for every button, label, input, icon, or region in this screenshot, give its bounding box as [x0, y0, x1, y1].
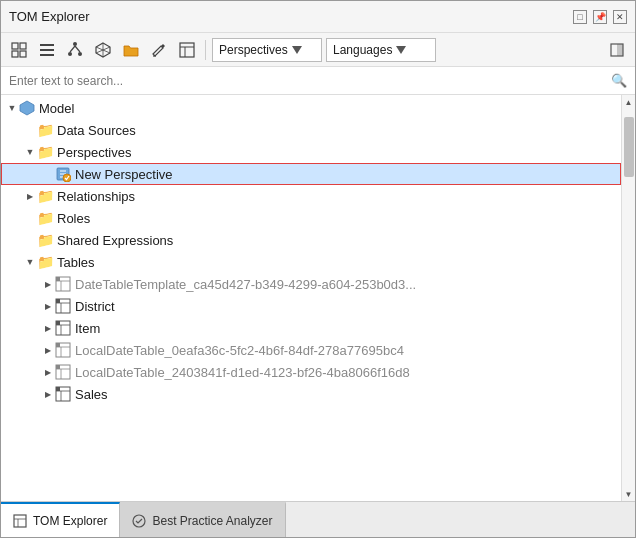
- tree-item-localdatetable2[interactable]: ▶ LocalDateTable_2403841f-d1ed-4123-bf26…: [1, 361, 621, 383]
- svg-rect-17: [180, 43, 194, 57]
- tree-item-item[interactable]: ▶ Item: [1, 317, 621, 339]
- tree-item-label-localdatetable2: LocalDateTable_2403841f-d1ed-4123-bf26-4…: [75, 365, 410, 380]
- toolbar: Perspectives Languages: [1, 33, 635, 67]
- tree-area: ▼ Model 📁 Data Sources ▼ 📁 Perspectives: [1, 95, 621, 501]
- folder-tables-icon: 📁: [37, 254, 53, 270]
- tree-item-model[interactable]: ▼ Model: [1, 97, 621, 119]
- tree-item-label-sales: Sales: [75, 387, 108, 402]
- svg-point-8: [68, 52, 72, 56]
- tree-item-label-perspectives: Perspectives: [57, 145, 131, 160]
- tab-best-practice-analyzer[interactable]: Best Practice Analyzer: [120, 502, 285, 537]
- perspective-icon: [55, 166, 71, 182]
- hierarchy-button[interactable]: [63, 38, 87, 62]
- minimize-button[interactable]: □: [573, 10, 587, 24]
- tree-item-label-shared-expressions: Shared Expressions: [57, 233, 173, 248]
- tree-item-district[interactable]: ▶ District: [1, 295, 621, 317]
- chevron-shared-expressions: [23, 233, 37, 247]
- tree-item-data-sources[interactable]: 📁 Data Sources: [1, 119, 621, 141]
- svg-marker-20: [292, 46, 302, 54]
- model-icon: [19, 100, 35, 116]
- table-icon-district: [55, 298, 71, 314]
- svg-marker-24: [20, 101, 34, 115]
- chevron-tables: ▼: [23, 255, 37, 269]
- chevron-localdatetable2: ▶: [41, 365, 55, 379]
- pin-button[interactable]: 📌: [593, 10, 607, 24]
- close-button[interactable]: ✕: [613, 10, 627, 24]
- tree-item-relationships[interactable]: ▶ 📁 Relationships: [1, 185, 621, 207]
- tree-item-label-data-sources: Data Sources: [57, 123, 136, 138]
- chevron-perspectives: ▼: [23, 145, 37, 159]
- folder-relationships-icon: 📁: [37, 188, 53, 204]
- tree-item-localdatetable1[interactable]: ▶ LocalDateTable_0eafa36c-5fc2-4b6f-84df…: [1, 339, 621, 361]
- tree-item-new-perspective[interactable]: New Perspective: [1, 163, 621, 185]
- dock-button[interactable]: [605, 38, 629, 62]
- tree-item-label-new-perspective: New Perspective: [75, 167, 173, 182]
- svg-point-9: [78, 52, 82, 56]
- svg-line-11: [75, 46, 80, 52]
- chevron-new-perspective: [41, 167, 55, 181]
- folder-data-sources-icon: 📁: [37, 122, 53, 138]
- tree-item-label-relationships: Relationships: [57, 189, 135, 204]
- table-icon-item: [55, 320, 71, 336]
- tree-item-shared-expressions[interactable]: 📁 Shared Expressions: [1, 229, 621, 251]
- chevron-datetabletemplate: ▶: [41, 277, 55, 291]
- title-bar-controls: □ 📌 ✕: [573, 10, 627, 24]
- table-button[interactable]: [175, 38, 199, 62]
- folder-button[interactable]: [119, 38, 143, 62]
- chevron-district: ▶: [41, 299, 55, 313]
- scroll-down-button[interactable]: ▼: [622, 487, 636, 501]
- toolbar-separator-1: [205, 40, 206, 60]
- best-practice-tab-icon: [132, 513, 146, 529]
- cube-button[interactable]: [91, 38, 115, 62]
- table-special-icon-2: [55, 342, 71, 358]
- list-view-button[interactable]: [35, 38, 59, 62]
- scroll-thumb[interactable]: [624, 117, 634, 177]
- tree-item-label-district: District: [75, 299, 115, 314]
- search-input[interactable]: [9, 74, 611, 88]
- main-content: ▼ Model 📁 Data Sources ▼ 📁 Perspectives: [1, 95, 635, 501]
- tree-item-tables[interactable]: ▼ 📁 Tables: [1, 251, 621, 273]
- languages-dropdown-label: Languages: [333, 43, 392, 57]
- tree-item-label-localdatetable1: LocalDateTable_0eafa36c-5fc2-4b6f-84df-2…: [75, 343, 404, 358]
- search-icon: 🔍: [611, 73, 627, 88]
- chevron-data-sources: [23, 123, 37, 137]
- svg-rect-4: [40, 44, 54, 46]
- svg-rect-2: [12, 51, 18, 57]
- tree-item-label-roles: Roles: [57, 211, 90, 226]
- svg-line-10: [70, 46, 75, 52]
- tree-item-datetabletemplate[interactable]: ▶ DateTableTemplate_ca45d427-b349-4299-a…: [1, 273, 621, 295]
- chevron-localdatetable1: ▶: [41, 343, 55, 357]
- folder-perspectives-icon: 📁: [37, 144, 53, 160]
- grid-view-button[interactable]: [7, 38, 31, 62]
- tab-tom-explorer[interactable]: TOM Explorer: [1, 502, 120, 537]
- title-bar: TOM Explorer □ 📌 ✕: [1, 1, 635, 33]
- svg-rect-45: [14, 515, 26, 527]
- tab-tom-explorer-label: TOM Explorer: [33, 514, 107, 528]
- svg-point-7: [73, 42, 77, 46]
- tree-item-roles[interactable]: 📁 Roles: [1, 207, 621, 229]
- chevron-model: ▼: [5, 101, 19, 115]
- table-special-icon-3: [55, 364, 71, 380]
- tree-item-label-datetabletemplate: DateTableTemplate_ca45d427-b349-4299-a60…: [75, 277, 416, 292]
- tree-item-sales[interactable]: ▶ Sales: [1, 383, 621, 405]
- perspectives-dropdown-label: Perspectives: [219, 43, 288, 57]
- svg-rect-5: [40, 49, 54, 51]
- chevron-sales: ▶: [41, 387, 55, 401]
- scroll-up-button[interactable]: ▲: [622, 95, 636, 109]
- chevron-item: ▶: [41, 321, 55, 335]
- svg-point-48: [133, 515, 145, 527]
- chevron-roles: [23, 211, 37, 225]
- tree-item-label-item: Item: [75, 321, 100, 336]
- edit-button[interactable]: [147, 38, 171, 62]
- svg-rect-3: [20, 51, 26, 57]
- languages-dropdown[interactable]: Languages: [326, 38, 436, 62]
- scroll-track: [622, 109, 636, 487]
- tom-explorer-tab-icon: [13, 513, 27, 529]
- table-icon-sales: [55, 386, 71, 402]
- tree-item-perspectives[interactable]: ▼ 📁 Perspectives: [1, 141, 621, 163]
- svg-rect-6: [40, 54, 54, 56]
- perspectives-dropdown[interactable]: Perspectives: [212, 38, 322, 62]
- tab-best-practice-label: Best Practice Analyzer: [152, 514, 272, 528]
- svg-marker-21: [396, 46, 406, 54]
- scrollbar: ▲ ▼: [621, 95, 635, 501]
